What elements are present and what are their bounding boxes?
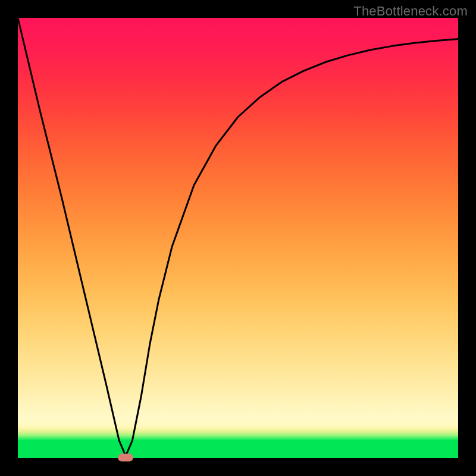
- chart-frame: TheBottleneck.com: [0, 0, 476, 476]
- gradient-plot-area: [18, 18, 458, 458]
- bottleneck-curve: [18, 18, 458, 458]
- attribution-text: TheBottleneck.com: [353, 4, 468, 19]
- optimal-point-marker: [118, 453, 133, 461]
- curve-path: [18, 18, 458, 456]
